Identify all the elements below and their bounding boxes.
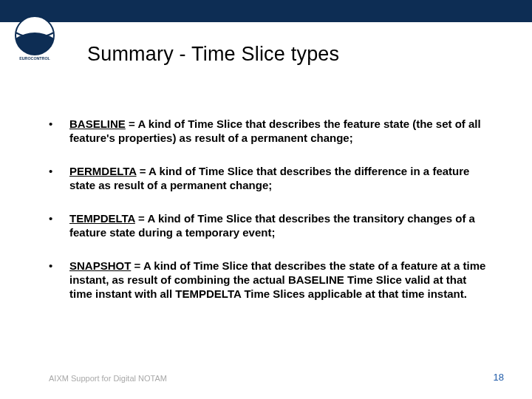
footer-text: AIXM Support for Digital NOTAM: [49, 374, 167, 383]
bullet-text: PERMDELTA = A kind of Time Slice that de…: [69, 164, 488, 192]
bullet-text: SNAPSHOT = A kind of Time Slice that des…: [69, 259, 488, 301]
list-item: • BASELINE = A kind of Time Slice that d…: [49, 117, 488, 145]
bullet-text: TEMPDELTA = A kind of Time Slice that de…: [69, 211, 488, 239]
list-item: • TEMPDELTA = A kind of Time Slice that …: [49, 211, 488, 239]
slide-title: Summary - Time Slice types: [87, 43, 339, 66]
list-item: • PERMDELTA = A kind of Time Slice that …: [49, 164, 488, 192]
separator: =: [126, 117, 138, 130]
separator: =: [137, 165, 149, 177]
bullet-icon: •: [49, 117, 69, 145]
page-number: 18: [494, 372, 504, 383]
bullet-icon: •: [49, 259, 69, 301]
svg-text:EUROCONTROL: EUROCONTROL: [19, 56, 50, 61]
term: PERMDELTA: [69, 165, 137, 177]
term: BASELINE: [69, 117, 126, 130]
eurocontrol-logo: EUROCONTROL: [10, 13, 59, 62]
separator: =: [135, 212, 148, 225]
bullet-list: • BASELINE = A kind of Time Slice that d…: [49, 117, 488, 320]
bullet-text: BASELINE = A kind of Time Slice that des…: [69, 117, 488, 145]
title-bar: [0, 0, 532, 22]
bullet-icon: •: [49, 211, 69, 239]
separator: =: [131, 259, 143, 272]
term: SNAPSHOT: [69, 259, 131, 272]
bullet-icon: •: [49, 164, 69, 192]
term: TEMPDELTA: [69, 212, 135, 225]
list-item: • SNAPSHOT = A kind of Time Slice that d…: [49, 259, 488, 301]
